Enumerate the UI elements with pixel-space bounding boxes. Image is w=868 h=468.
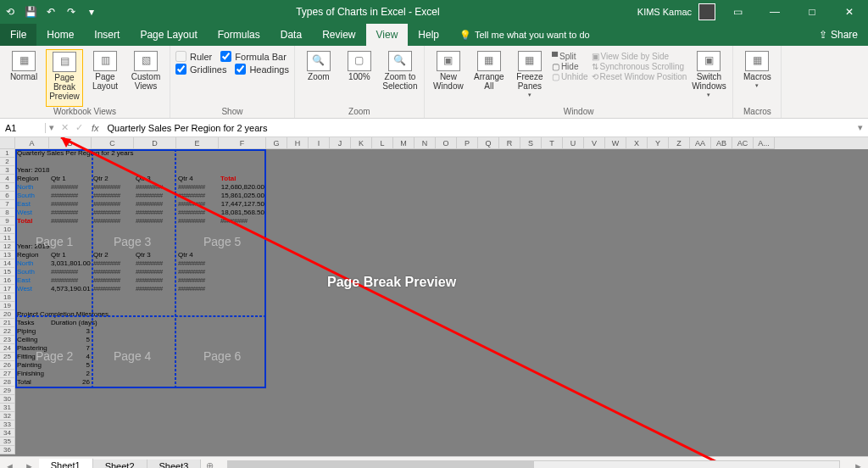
scroll-thumb[interactable] xyxy=(228,461,533,469)
freeze-panes-button[interactable]: ▦Freeze Panes▾ xyxy=(511,49,548,107)
user-avatar-icon[interactable] xyxy=(698,3,715,20)
tab-data[interactable]: Data xyxy=(270,24,312,46)
row-header[interactable]: 34 xyxy=(0,429,15,437)
split-button[interactable]: ▀ Split xyxy=(552,52,588,61)
row-header[interactable]: 33 xyxy=(0,421,15,429)
sheet-tab-2[interactable]: Sheet2 xyxy=(93,460,147,469)
row-header[interactable]: 16 xyxy=(0,276,15,285)
scroll-right-button[interactable]: ► xyxy=(849,461,868,469)
maximize-button[interactable]: □ xyxy=(797,0,827,24)
autosave-icon[interactable]: ⟲ xyxy=(3,5,17,19)
name-box[interactable]: A1 xyxy=(0,123,46,133)
user-name[interactable]: KIMS Kamac xyxy=(637,7,692,17)
row-header[interactable]: 4 xyxy=(0,175,15,183)
row-header[interactable]: 3 xyxy=(0,166,15,175)
col-header[interactable]: U xyxy=(563,137,584,149)
save-icon[interactable]: 💾 xyxy=(24,5,37,19)
page-layout-button[interactable]: ▥Page Layout xyxy=(86,49,124,107)
col-header[interactable]: W xyxy=(605,137,626,149)
switch-windows-button[interactable]: ▣Switch Windows▾ xyxy=(690,49,727,107)
headings-checkbox[interactable]: Headings xyxy=(235,64,288,75)
tab-view[interactable]: View xyxy=(366,24,409,46)
col-header[interactable]: D xyxy=(134,137,176,149)
tab-help[interactable]: Help xyxy=(408,24,449,46)
row-header[interactable]: 22 xyxy=(0,327,15,336)
zoom-button[interactable]: 🔍Zoom xyxy=(300,49,337,107)
row-header[interactable]: 24 xyxy=(0,344,15,353)
col-header[interactable]: F xyxy=(219,137,266,149)
col-header[interactable]: R xyxy=(499,137,520,149)
formula-expand-icon[interactable]: ▾ xyxy=(853,122,868,133)
tell-me-search[interactable]: 💡 Tell me what you want to do xyxy=(459,30,590,41)
row-header[interactable]: 11 xyxy=(0,234,15,242)
col-header[interactable]: S xyxy=(520,137,542,149)
sync-scroll-button[interactable]: ⇅ Synchronous Scrolling xyxy=(592,62,687,71)
col-header[interactable]: G xyxy=(266,137,287,149)
row-header[interactable]: 32 xyxy=(0,412,15,421)
col-header[interactable]: E xyxy=(176,137,219,149)
col-header[interactable]: V xyxy=(584,137,605,149)
unhide-button[interactable]: ▢ Unhide xyxy=(552,72,588,81)
row-header[interactable]: 9 xyxy=(0,217,15,226)
row-header[interactable]: 35 xyxy=(0,437,15,446)
tab-scroll-left[interactable]: ◄ xyxy=(0,461,19,469)
row-header[interactable]: 25 xyxy=(0,353,15,361)
cancel-formula-icon[interactable]: ✕ xyxy=(58,122,72,133)
page-break-preview-button[interactable]: ▤Page Break Preview xyxy=(46,49,83,107)
col-header[interactable]: T xyxy=(542,137,563,149)
zoom-100-button[interactable]: ▢100% xyxy=(341,49,378,107)
normal-view-button[interactable]: ▦Normal xyxy=(5,49,42,107)
tab-formulas[interactable]: Formulas xyxy=(208,24,270,46)
row-header[interactable]: 27 xyxy=(0,370,15,378)
tab-review[interactable]: Review xyxy=(312,24,365,46)
col-header[interactable]: J xyxy=(330,137,351,149)
new-sheet-button[interactable]: ⊕ xyxy=(201,460,219,468)
row-header[interactable]: 19 xyxy=(0,302,15,310)
share-button[interactable]: ⇪ Share xyxy=(819,29,858,41)
gridlines-checkbox[interactable]: Gridlines xyxy=(175,64,226,75)
enter-formula-icon[interactable]: ✓ xyxy=(72,122,86,133)
qat-customize-icon[interactable]: ▾ xyxy=(85,5,98,19)
col-header[interactable]: AC xyxy=(732,137,754,149)
tab-scroll-right[interactable]: ► xyxy=(19,461,39,469)
tab-pagelayout[interactable]: Page Layout xyxy=(130,24,207,46)
col-header[interactable]: A... xyxy=(754,137,775,149)
row-header[interactable]: 5 xyxy=(0,183,15,192)
row-header[interactable]: 12 xyxy=(0,242,15,251)
name-box-dropdown-icon[interactable]: ▾ xyxy=(46,122,58,133)
row-header[interactable]: 17 xyxy=(0,285,15,293)
close-button[interactable]: ✕ xyxy=(834,0,865,24)
row-header[interactable]: 23 xyxy=(0,336,15,344)
select-all-corner[interactable] xyxy=(0,137,15,149)
col-header[interactable]: O xyxy=(436,137,457,149)
row-header[interactable]: 7 xyxy=(0,200,15,209)
col-header[interactable]: N xyxy=(415,137,436,149)
tab-file[interactable]: File xyxy=(0,24,36,46)
col-header[interactable]: K xyxy=(351,137,372,149)
col-header[interactable]: I xyxy=(309,137,330,149)
col-header[interactable]: M xyxy=(393,137,415,149)
col-header[interactable]: Q xyxy=(478,137,499,149)
col-header[interactable]: L xyxy=(372,137,393,149)
fx-icon[interactable]: fx xyxy=(86,123,104,133)
hide-button[interactable]: ▢ Hide xyxy=(552,62,588,71)
zoom-selection-button[interactable]: 🔍Zoom to Selection xyxy=(381,49,419,107)
row-header[interactable]: 30 xyxy=(0,395,15,404)
row-header[interactable]: 20 xyxy=(0,310,15,319)
row-header[interactable]: 2 xyxy=(0,158,15,166)
horizontal-scrollbar[interactable] xyxy=(227,460,840,469)
row-header[interactable]: 28 xyxy=(0,378,15,387)
row-header[interactable]: 36 xyxy=(0,446,15,454)
col-header[interactable]: P xyxy=(457,137,478,149)
formula-input[interactable] xyxy=(104,123,853,133)
row-header[interactable]: 29 xyxy=(0,387,15,395)
col-header[interactable]: Y xyxy=(648,137,669,149)
print-area-border[interactable] xyxy=(15,149,266,388)
row-header[interactable]: 21 xyxy=(0,319,15,327)
new-window-button[interactable]: ▣New Window xyxy=(430,49,467,107)
row-header[interactable]: 6 xyxy=(0,192,15,200)
undo-icon[interactable]: ↶ xyxy=(44,5,58,19)
sheet-tab-1[interactable]: Sheet1 xyxy=(39,459,93,469)
sheet-tab-3[interactable]: Sheet3 xyxy=(147,460,202,469)
reset-position-button[interactable]: ⟲ Reset Window Position xyxy=(592,72,687,81)
